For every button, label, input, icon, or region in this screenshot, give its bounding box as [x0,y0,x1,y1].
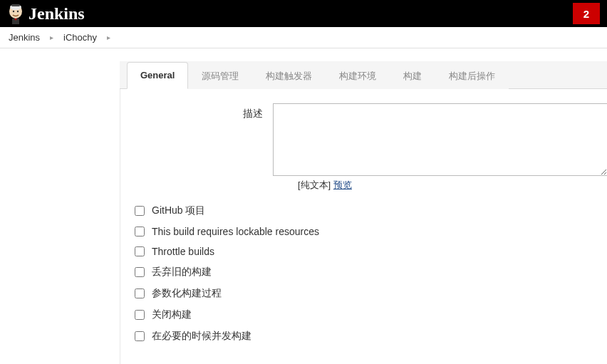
checkbox-disable-build[interactable] [135,310,145,320]
checkbox-label: GitHub 项目 [152,204,205,217]
jenkins-icon [6,2,26,25]
svg-rect-2 [11,4,20,6]
notification-badge[interactable]: 2 [573,3,600,24]
checkbox-label: This build requires lockable resources [152,226,319,237]
checkbox-github-project[interactable] [135,206,145,216]
plaintext-mode-label: [纯文本] [298,180,331,190]
checkbox-discard-old[interactable] [135,267,145,277]
tab-build-env[interactable]: 构建环境 [326,62,390,89]
checkbox-label: Throttle builds [152,246,214,257]
notification-count: 2 [583,8,589,20]
checkbox-throttle-builds[interactable] [135,246,145,256]
svg-point-4 [17,11,19,12]
tab-bar: General 源码管理 构建触发器 构建环境 构建 构建后操作 [120,61,607,89]
breadcrumb-item-jenkins[interactable]: Jenkins [9,32,40,43]
breadcrumb-item-project[interactable]: iChochy [63,32,97,43]
jenkins-logo[interactable]: Jenkins [6,2,85,25]
chevron-right-icon: ▸ [50,33,53,41]
description-label: 描述 [234,103,263,120]
chevron-right-icon: ▸ [107,33,110,41]
header-bar: Jenkins 2 [0,0,607,27]
tab-post-build[interactable]: 构建后操作 [435,62,509,89]
description-textarea[interactable] [273,103,607,176]
tab-content-general: 描述 [纯文本] 预览 GitHub 项目 This build require… [120,89,607,364]
tab-triggers[interactable]: 构建触发器 [252,62,326,89]
checkbox-lockable-resources[interactable] [135,227,145,236]
sidebar [0,48,120,364]
checkbox-label: 关闭构建 [152,308,192,321]
checkbox-label: 丢弃旧的构建 [152,266,212,279]
checkbox-concurrent[interactable] [135,331,145,341]
checkbox-label: 参数化构建过程 [152,287,222,300]
tab-scm[interactable]: 源码管理 [188,62,252,89]
main-content: General 源码管理 构建触发器 构建环境 构建 构建后操作 描述 [纯文本… [120,48,607,364]
description-helper: [纯文本] 预览 [298,179,607,192]
checkbox-label: 在必要的时候并发构建 [152,330,251,343]
preview-link[interactable]: 预览 [333,180,352,190]
breadcrumb: Jenkins ▸ iChochy ▸ [0,27,607,48]
tab-build[interactable]: 构建 [390,62,435,89]
tab-general[interactable]: General [127,62,188,89]
checkbox-parameterized[interactable] [135,288,145,298]
jenkins-logo-text: Jenkins [28,4,85,24]
svg-point-3 [13,11,14,12]
